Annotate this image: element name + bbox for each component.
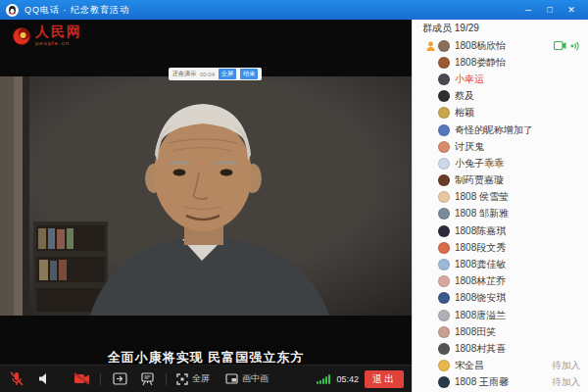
- member-avatar: [438, 57, 450, 69]
- member-row[interactable]: 1808杨欣怡: [413, 37, 588, 54]
- member-avatar: [438, 360, 450, 371]
- demo-fullscreen-button[interactable]: 全屏: [219, 69, 236, 79]
- fullscreen-label: 全屏: [192, 372, 210, 385]
- member-name: 小兔子乖乖: [455, 157, 504, 171]
- member-row[interactable]: 1808饶安琪: [413, 290, 588, 307]
- member-name: 1808龚佳敏: [455, 258, 506, 271]
- member-avatar: [438, 326, 450, 338]
- minimize-button[interactable]: ─: [517, 0, 539, 20]
- speaker-button[interactable]: [35, 371, 53, 387]
- member-row[interactable]: 1808林芷乔: [413, 273, 588, 290]
- member-avatar: [438, 292, 450, 304]
- member-name: 制药贾嘉璇: [455, 173, 504, 187]
- pip-icon: [225, 373, 238, 384]
- member-media-icons: [554, 41, 580, 51]
- member-row[interactable]: 蔡及: [413, 88, 588, 105]
- member-row[interactable]: 小幸运: [413, 71, 588, 87]
- member-name: 1808林芷乔: [455, 274, 506, 288]
- member-name: 1808 邹新雅: [455, 207, 509, 220]
- member-avatar: [438, 208, 450, 220]
- peoplecn-logo: 人民网 people.cn: [12, 25, 82, 46]
- titlebar[interactable]: QQ电话 · 纪念教育活动 ─ □ ✕: [0, 0, 588, 20]
- member-row[interactable]: 1808段文秀: [413, 239, 588, 256]
- call-toolbar: 全屏 画中画 05:42 退出: [0, 365, 412, 392]
- speaking-person-icon: [426, 41, 438, 51]
- member-list[interactable]: 1808杨欣怡1808娄静怡小幸运蔡及榕颖奇怪的昵称增加了讨厌鬼小兔子乖乖制药贾…: [413, 37, 588, 392]
- pip-label: 画中画: [242, 372, 269, 385]
- member-name: 1808 侯雪莹: [455, 190, 509, 204]
- close-button[interactable]: ✕: [561, 0, 582, 20]
- qq-icon: [6, 4, 19, 17]
- member-name: 1808村其喜: [455, 342, 506, 356]
- exit-call-button[interactable]: 退出: [365, 370, 404, 388]
- member-avatar: [438, 174, 450, 186]
- demo-control-bar[interactable]: 正在演示 00:04 全屏 结束: [169, 68, 262, 80]
- speaking-audio-icon: [570, 41, 580, 51]
- member-name: 1808杨欣怡: [455, 39, 506, 53]
- window-title: QQ电话 · 纪念教育活动: [24, 4, 129, 17]
- microphone-muted-button[interactable]: [8, 371, 25, 387]
- member-name: 榕颖: [455, 106, 474, 120]
- member-row[interactable]: 1808 侯雪莹: [413, 189, 588, 206]
- member-row[interactable]: 1808龚佳敏: [413, 256, 588, 272]
- member-avatar: [438, 259, 450, 270]
- demo-status-text: 正在演示: [172, 70, 196, 78]
- peoplecn-swirl-icon: [12, 26, 31, 46]
- member-avatar: [438, 158, 450, 170]
- member-name: 宋全昌: [455, 359, 484, 372]
- member-row[interactable]: 奇怪的昵称增加了: [413, 122, 588, 138]
- member-name: 1808 王雨馨: [455, 375, 509, 389]
- member-avatar: [438, 107, 450, 119]
- member-row[interactable]: 宋全昌待加入: [413, 358, 588, 374]
- pip-button[interactable]: 画中画: [225, 372, 269, 385]
- member-row[interactable]: 讨厌鬼: [413, 138, 588, 155]
- member-name: 1808段文秀: [455, 241, 506, 255]
- member-avatar: [438, 275, 450, 287]
- member-avatar: [438, 90, 450, 102]
- member-sidebar: 群成员 19/29 1808杨欣怡1808娄静怡小幸运蔡及榕颖奇怪的昵称增加了讨…: [412, 20, 588, 392]
- member-status: 待加入: [553, 360, 581, 372]
- whiteboard-button[interactable]: [138, 371, 156, 387]
- member-row[interactable]: 榕颖: [413, 105, 588, 122]
- member-row[interactable]: 1808 邹新雅: [413, 206, 588, 222]
- camera-on-icon: [554, 41, 566, 50]
- member-count-header: 群成员 19/29: [413, 20, 588, 37]
- screen-share-button[interactable]: [111, 371, 128, 387]
- demo-end-button[interactable]: 结束: [240, 69, 258, 79]
- member-name: 蔡及: [455, 89, 474, 103]
- member-row[interactable]: 1808村其喜: [413, 340, 588, 357]
- member-name: 小幸运: [455, 73, 484, 86]
- member-row[interactable]: 1808唐溢兰: [413, 307, 588, 323]
- shared-video-frame[interactable]: [0, 76, 412, 316]
- fullscreen-icon: [176, 373, 188, 385]
- member-row[interactable]: 小兔子乖乖: [413, 155, 588, 172]
- member-avatar: [438, 40, 450, 52]
- member-name: 1808饶安琪: [455, 291, 506, 305]
- member-avatar: [438, 124, 450, 136]
- member-name: 1808田笑: [455, 325, 496, 339]
- member-row[interactable]: 1808田笑: [413, 323, 588, 340]
- member-avatar: [438, 242, 450, 254]
- member-status: 待加入: [553, 376, 581, 389]
- fullscreen-button[interactable]: 全屏: [176, 372, 210, 385]
- camera-muted-button[interactable]: [73, 371, 90, 387]
- member-avatar: [438, 191, 450, 203]
- member-name: 奇怪的昵称增加了: [455, 123, 533, 137]
- member-name: 1808唐溢兰: [455, 309, 506, 322]
- member-row[interactable]: 1808娄静怡: [413, 54, 588, 71]
- demo-time-text: 00:04: [200, 72, 215, 77]
- peoplecn-logo-text: 人民网: [35, 25, 82, 39]
- member-name: 1808娄静怡: [455, 56, 506, 70]
- member-row[interactable]: 1808陈嘉琪: [413, 222, 588, 239]
- maximize-button[interactable]: □: [539, 0, 561, 20]
- call-duration: 05:42: [336, 374, 359, 384]
- member-avatar: [438, 225, 450, 237]
- member-row[interactable]: 制药贾嘉璇: [413, 172, 588, 189]
- member-avatar: [438, 310, 450, 321]
- member-row[interactable]: 1808 王雨馨待加入: [413, 374, 588, 391]
- video-pane: 正在演示 00:04 全屏 结束: [0, 20, 412, 392]
- member-name: 1808陈嘉琪: [455, 224, 506, 238]
- network-signal-indicator: [317, 374, 330, 384]
- member-avatar: [438, 141, 450, 153]
- member-avatar: [438, 74, 450, 85]
